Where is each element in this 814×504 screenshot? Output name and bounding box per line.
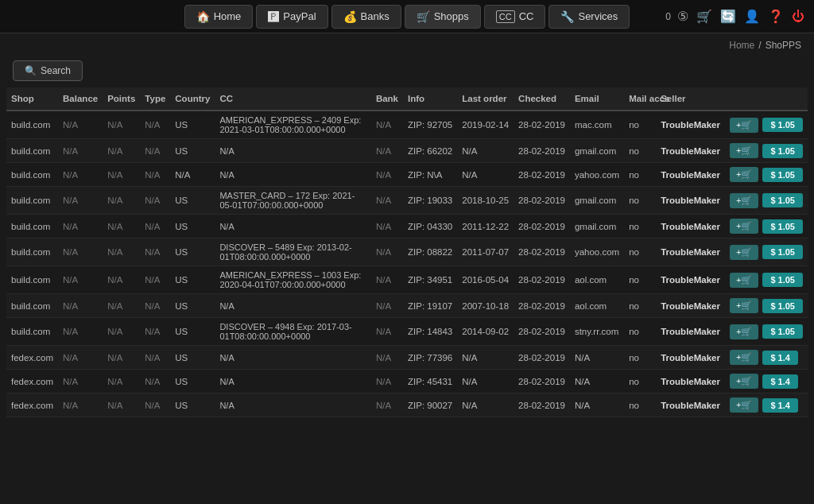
cell-bank: N/A (371, 346, 403, 370)
price-button[interactable]: $ 1.05 (762, 144, 803, 158)
table-header: Shop Balance Points Type Country CC Bank… (6, 87, 808, 110)
add-to-cart-button[interactable]: +🛒 (730, 245, 758, 260)
cell-info: ZIP: 66202 (403, 139, 457, 163)
cell-action: +🛒 $ 1.05 (725, 215, 808, 238)
col-balance: Balance (58, 87, 103, 110)
price-button[interactable]: $ 1.05 (762, 219, 803, 234)
cell-shop: build.com (6, 110, 58, 139)
cell-seller: TroubleMaker (656, 187, 725, 215)
cell-balance: N/A (58, 139, 103, 163)
home-icon: 🏠 (196, 10, 210, 23)
table-row: build.com N/A N/A N/A US MASTER_CARD – 1… (6, 187, 808, 215)
add-to-cart-button[interactable]: +🛒 (730, 397, 758, 413)
nav-banks[interactable]: 💰 Banks (331, 5, 401, 29)
add-to-cart-button[interactable]: +🛒 (730, 219, 758, 234)
cell-action: +🛒 $ 1.05 (725, 238, 808, 266)
price-button[interactable]: $ 1.4 (762, 398, 797, 413)
cell-points: N/A (103, 238, 140, 266)
price-button[interactable]: $ 1.05 (762, 299, 803, 313)
price-button[interactable]: $ 1.4 (762, 374, 797, 389)
refresh-icon[interactable]: 🔄 (719, 7, 738, 25)
price-button[interactable]: $ 1.05 (762, 168, 803, 182)
add-to-cart-button[interactable]: +🛒 (730, 298, 758, 313)
add-to-cart-button[interactable]: +🛒 (730, 193, 758, 208)
add-to-cart-button[interactable]: +🛒 (730, 324, 758, 339)
price-button[interactable]: $ 1.4 (762, 351, 797, 365)
add-to-cart-button[interactable]: +🛒 (730, 374, 758, 389)
cell-shop: build.com (6, 318, 58, 346)
cell-seller: TroubleMaker (656, 318, 725, 346)
cell-seller: TroubleMaker (656, 110, 725, 139)
cell-type: N/A (140, 215, 170, 238)
nav-shopps-label: Shopps (434, 10, 469, 22)
price-button[interactable]: $ 1.05 (762, 324, 803, 339)
breadcrumb-home[interactable]: Home (729, 40, 754, 51)
cell-balance: N/A (58, 187, 103, 215)
cell-points: N/A (103, 163, 140, 187)
price-button[interactable]: $ 1.05 (762, 245, 803, 259)
cell-type: N/A (140, 187, 170, 215)
cell-shop: build.com (6, 139, 58, 163)
price-button[interactable]: $ 1.05 (762, 193, 803, 207)
cell-bank: N/A (371, 294, 403, 318)
col-last-order: Last order (457, 87, 514, 110)
cell-mail-accs: no (624, 163, 656, 187)
price-button[interactable]: $ 1.05 (762, 273, 803, 287)
cell-email: N/A (570, 394, 624, 417)
cell-info: ZIP: 92705 (403, 110, 457, 139)
services-icon: 🔧 (560, 10, 574, 23)
cell-type: N/A (140, 370, 170, 394)
nav-home[interactable]: 🏠 Home (184, 5, 254, 29)
cell-email: gmail.com (570, 215, 624, 238)
banks-icon: 💰 (343, 10, 357, 23)
add-to-cart-button[interactable]: +🛒 (730, 118, 758, 133)
add-to-cart-button[interactable]: +🛒 (730, 350, 758, 365)
power-icon[interactable]: ⏻ (790, 8, 806, 25)
cell-shop: build.com (6, 294, 58, 318)
cell-type: N/A (140, 294, 170, 318)
price-button[interactable]: $ 1.05 (762, 118, 803, 132)
cell-last-order: N/A (457, 139, 514, 163)
cell-checked: 28-02-2019 (514, 394, 570, 417)
add-to-cart-button[interactable]: +🛒 (730, 143, 758, 158)
cell-country: US (170, 266, 215, 294)
cell-country: US (170, 110, 215, 139)
coin-icon[interactable]: ⑤ (676, 7, 690, 25)
user-icon[interactable]: 👤 (742, 7, 762, 25)
nav-services-label: Services (578, 10, 618, 22)
col-points: Points (103, 87, 140, 110)
cell-balance: N/A (58, 370, 103, 394)
nav-shopps[interactable]: 🛒 Shopps (405, 5, 481, 29)
nav-services[interactable]: 🔧 Services (548, 5, 630, 29)
cell-bank: N/A (371, 215, 403, 238)
cell-balance: N/A (58, 266, 103, 294)
cell-email: aol.com (570, 294, 624, 318)
help-icon[interactable]: ❓ (766, 7, 785, 25)
cell-mail-accs: no (624, 346, 656, 370)
cell-country: US (170, 318, 215, 346)
cart-icon[interactable]: 🛒 (695, 7, 714, 25)
nav-cc-label: CC (519, 10, 534, 22)
cell-info: ZIP: 77396 (403, 346, 457, 370)
cell-checked: 28-02-2019 (514, 370, 570, 394)
cell-checked: 28-02-2019 (514, 294, 570, 318)
cell-email: yahoo.com (570, 163, 624, 187)
cell-mail-accs: no (624, 294, 656, 318)
nav-paypal[interactable]: 🅿 PayPal (256, 5, 328, 29)
cell-info: ZIP: N\A (403, 163, 457, 187)
add-to-cart-button[interactable]: +🛒 (730, 273, 758, 288)
add-to-cart-button[interactable]: +🛒 (730, 167, 758, 182)
cell-country: US (170, 215, 215, 238)
cell-action: +🛒 $ 1.05 (725, 163, 808, 187)
cell-action: +🛒 $ 1.4 (725, 370, 808, 394)
col-bank: Bank (371, 87, 403, 110)
cell-cc: N/A (215, 163, 370, 187)
cell-cc: N/A (215, 294, 370, 318)
search-button[interactable]: 🔍 Search (13, 60, 83, 81)
cell-checked: 28-02-2019 (514, 266, 570, 294)
cell-country: US (170, 346, 215, 370)
nav-cc[interactable]: CC CC (484, 5, 546, 29)
cell-last-order: 2018-10-25 (457, 187, 514, 215)
cell-email: gmail.com (570, 139, 624, 163)
table-body: build.com N/A N/A N/A US AMERICAN_EXPRES… (6, 110, 808, 417)
